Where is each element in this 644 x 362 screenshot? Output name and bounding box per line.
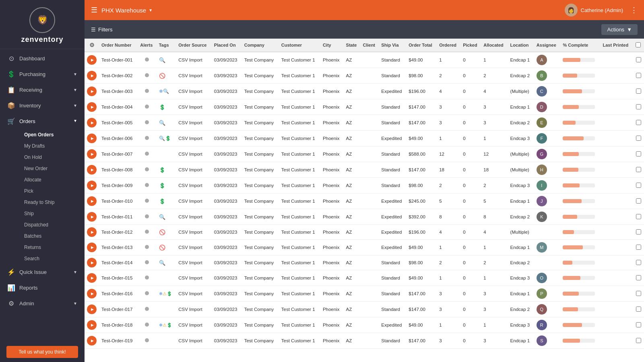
row-select-checkbox[interactable] xyxy=(636,229,641,234)
col-tags[interactable]: Tags xyxy=(157,39,176,52)
sidebar-item-receiving[interactable]: 📋 Receiving ▼ xyxy=(0,82,85,98)
sidebar-item-inventory[interactable]: 📦 Inventory ▼ xyxy=(0,98,85,113)
row-select-checkbox[interactable] xyxy=(636,198,641,204)
play-button[interactable]: ▶ xyxy=(87,102,97,112)
col-select-all[interactable] xyxy=(633,39,644,52)
sidebar-item-orders[interactable]: 🛒 Orders ▲ xyxy=(0,113,85,129)
row-select-checkbox[interactable] xyxy=(636,338,641,343)
col-order-total[interactable]: Order Total xyxy=(406,39,437,52)
tags-cell: 💲 xyxy=(157,162,176,178)
col-allocated[interactable]: Allocated xyxy=(481,39,508,52)
ship-via: Expedited xyxy=(379,240,406,255)
sidebar-item-my-drafts[interactable]: My Drafts xyxy=(19,140,85,152)
avatar: F xyxy=(537,133,547,144)
row-select-checkbox[interactable] xyxy=(636,306,641,312)
play-button[interactable]: ▶ xyxy=(87,149,97,159)
feedback-button[interactable]: Tell us what you think! xyxy=(6,346,78,358)
more-options-icon[interactable]: ⋮ xyxy=(630,6,638,14)
play-button[interactable]: ▶ xyxy=(87,118,97,128)
play-button[interactable]: ▶ xyxy=(87,181,97,190)
sidebar-item-pick[interactable]: Pick xyxy=(19,185,85,197)
play-button[interactable]: ▶ xyxy=(87,227,97,237)
row-select-checkbox[interactable] xyxy=(636,73,641,78)
sidebar-item-ready-to-ship[interactable]: Ready to Ship xyxy=(19,197,85,208)
select-all-checkbox[interactable] xyxy=(636,42,641,47)
sidebar-item-dispatched[interactable]: Dispatched xyxy=(19,219,85,230)
play-button[interactable]: ▶ xyxy=(87,289,97,298)
row-select-checkbox[interactable] xyxy=(636,291,641,296)
col-city[interactable]: City xyxy=(320,39,344,52)
sidebar-item-dashboard[interactable]: ⊙ Dashboard xyxy=(0,51,85,66)
col-alerts[interactable]: Alerts xyxy=(138,39,157,52)
play-button[interactable]: ▶ xyxy=(87,320,97,330)
settings-icon[interactable]: ⚙ xyxy=(89,42,95,48)
play-button[interactable]: ▶ xyxy=(87,165,97,175)
table-row: ▶ Test-Order-006 🔍💲 CSV Import 03/09/202… xyxy=(85,131,644,146)
row-select-checkbox[interactable] xyxy=(636,260,641,265)
row-select-checkbox[interactable] xyxy=(636,136,641,141)
location: Endcap 1 xyxy=(508,240,534,255)
row-select-checkbox[interactable] xyxy=(636,120,641,125)
col-state[interactable]: State xyxy=(344,39,361,52)
sidebar-item-admin[interactable]: ⚙ Admin ▼ xyxy=(0,296,85,311)
play-button[interactable]: ▶ xyxy=(87,336,97,346)
col-customer[interactable]: Customer xyxy=(279,39,320,52)
row-select-checkbox[interactable] xyxy=(636,57,641,62)
play-button[interactable]: ▶ xyxy=(87,71,97,80)
row-select-checkbox[interactable] xyxy=(636,167,641,172)
col-placed-on[interactable]: Placed On xyxy=(212,39,242,52)
sidebar-item-search[interactable]: Search xyxy=(19,253,85,264)
sidebar-item-allocate[interactable]: Allocate xyxy=(19,174,85,185)
sidebar-item-returns[interactable]: Returns xyxy=(19,242,85,253)
order-total: $98.00 xyxy=(406,68,437,84)
sidebar-item-on-hold[interactable]: On Hold xyxy=(19,152,85,163)
col-pct-complete[interactable]: % Complete xyxy=(560,39,600,52)
sidebar-item-quick-issue[interactable]: ⚡ Quick Issue ▼ xyxy=(0,264,85,280)
sidebar-item-ship[interactable]: Ship xyxy=(19,208,85,219)
play-button[interactable]: ▶ xyxy=(87,212,97,222)
warehouse-selector[interactable]: PHX Warehouse ▼ xyxy=(101,7,153,14)
row-select-checkbox[interactable] xyxy=(636,88,641,94)
play-button[interactable]: ▶ xyxy=(87,243,97,252)
col-assignee[interactable]: Assignee xyxy=(534,39,561,52)
play-button[interactable]: ▶ xyxy=(87,134,97,143)
pct-complete-cell xyxy=(560,286,600,302)
sidebar-item-purchasing[interactable]: 💲 Purchasing ▼ xyxy=(0,66,85,82)
row-select-checkbox[interactable] xyxy=(636,322,641,327)
row-select-checkbox[interactable] xyxy=(636,214,641,219)
progress-bar-bg xyxy=(563,74,595,78)
play-button[interactable]: ▶ xyxy=(87,258,97,267)
sidebar-item-reports[interactable]: 📊 Reports xyxy=(0,280,85,296)
sidebar-item-new-order[interactable]: New Order xyxy=(19,163,85,174)
row-select-checkbox[interactable] xyxy=(636,183,641,188)
play-button[interactable]: ▶ xyxy=(87,304,97,314)
play-button[interactable]: ▶ xyxy=(87,55,97,65)
col-order-number[interactable]: Order Number xyxy=(99,39,138,52)
col-last-printed[interactable]: Last Printed xyxy=(601,39,633,52)
actions-button[interactable]: Actions ▼ xyxy=(601,24,638,35)
row-select-checkbox[interactable] xyxy=(636,275,641,280)
col-ordered[interactable]: Ordered xyxy=(437,39,460,52)
col-picked[interactable]: Picked xyxy=(460,39,481,52)
sidebar-item-batches[interactable]: Batches xyxy=(19,230,85,242)
row-select-checkbox[interactable] xyxy=(636,151,641,156)
row-select-checkbox[interactable] xyxy=(636,104,641,109)
col-company[interactable]: Company xyxy=(242,39,279,52)
filters-button[interactable]: ☰ Filters xyxy=(91,27,112,33)
hamburger-menu-icon[interactable]: ☰ xyxy=(91,6,97,14)
col-ship-via[interactable]: Ship Via xyxy=(379,39,406,52)
state: AZ xyxy=(344,255,361,270)
play-button[interactable]: ▶ xyxy=(87,196,97,206)
col-order-source[interactable]: Order Source xyxy=(176,39,212,52)
row-select-checkbox[interactable] xyxy=(636,245,641,250)
play-button[interactable]: ▶ xyxy=(87,86,97,96)
company: Test Company xyxy=(242,317,279,333)
play-cell: ▶ xyxy=(85,115,99,131)
customer: Test Customer 1 xyxy=(279,286,320,302)
play-button[interactable]: ▶ xyxy=(87,273,97,283)
col-client[interactable]: Client xyxy=(360,39,379,52)
main-content: ☰ PHX Warehouse ▼ 👩 Catherine (Admin) ⋮ … xyxy=(85,0,644,362)
sidebar-item-open-orders[interactable]: Open Orders xyxy=(19,129,85,140)
col-location[interactable]: Location xyxy=(508,39,534,52)
user-menu[interactable]: 👩 Catherine (Admin) xyxy=(565,4,623,16)
